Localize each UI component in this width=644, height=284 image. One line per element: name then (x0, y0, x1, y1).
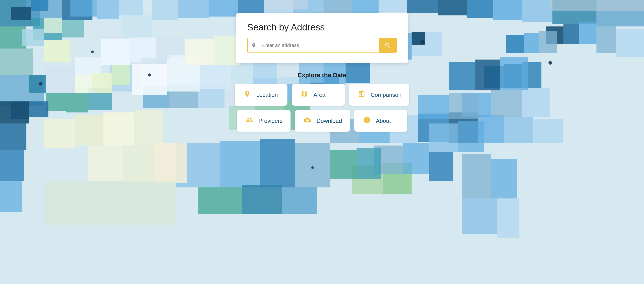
location-pin-icon (248, 43, 260, 48)
about-icon (362, 116, 372, 125)
about-card[interactable]: About (354, 110, 407, 132)
area-card[interactable]: Area (292, 84, 345, 106)
comparison-label: Comparison (371, 91, 402, 98)
providers-card[interactable]: Providers (237, 110, 290, 132)
location-card[interactable]: Location (234, 84, 288, 106)
search-button[interactable] (379, 38, 396, 53)
area-label: Area (314, 91, 326, 98)
download-card[interactable]: Download (295, 110, 350, 132)
providers-label: Providers (258, 117, 282, 124)
search-input-wrapper (247, 38, 397, 53)
location-icon (242, 90, 252, 99)
explore-row-1: Location Area Comparison (234, 84, 410, 106)
providers-icon (245, 116, 254, 125)
main-overlay: Search by Address Explore the Data (0, 0, 644, 284)
download-icon (303, 116, 312, 125)
explore-title: Explore the Data (298, 72, 346, 79)
about-label: About (376, 117, 391, 124)
explore-row-2: Providers Download About (237, 110, 407, 132)
search-title: Search by Address (247, 22, 397, 33)
address-search-input[interactable] (260, 39, 379, 52)
search-card: Search by Address (236, 13, 408, 63)
comparison-card[interactable]: Comparison (349, 84, 410, 106)
download-label: Download (316, 117, 342, 124)
explore-section: Explore the Data Location Area (232, 72, 412, 136)
comparison-icon (357, 90, 366, 99)
location-label: Location (256, 91, 278, 98)
area-icon (300, 90, 309, 99)
